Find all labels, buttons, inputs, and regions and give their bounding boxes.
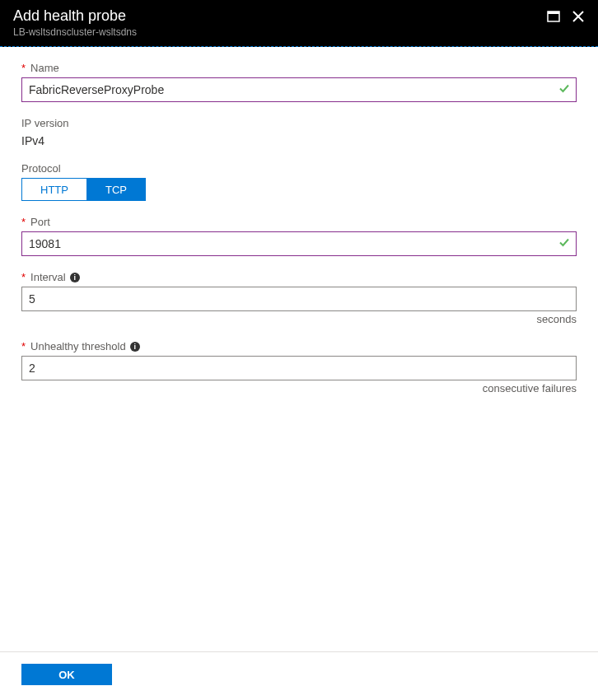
ok-button[interactable]: OK (21, 664, 112, 685)
checkmark-icon (558, 237, 570, 251)
protocol-toggle: HTTP TCP (21, 178, 577, 201)
blade-title: Add health probe (13, 7, 137, 26)
ipversion-label: IP version (21, 117, 577, 129)
ipversion-field-group: IP version IPv4 (21, 117, 577, 147)
close-icon[interactable] (572, 10, 585, 23)
header-titles: Add health probe LB-wsltsdnscluster-wslt… (13, 7, 137, 38)
blade-subtitle: LB-wsltsdnscluster-wsltsdns (13, 26, 137, 38)
interval-label: * Interval i (21, 271, 577, 283)
threshold-label: * Unhealthy threshold i (21, 340, 577, 352)
ipversion-value: IPv4 (21, 134, 577, 147)
protocol-tcp-button[interactable]: TCP (87, 178, 146, 201)
name-input[interactable] (21, 77, 577, 102)
info-icon[interactable]: i (70, 273, 80, 282)
blade-footer: OK (0, 651, 598, 700)
interval-field-group: * Interval i seconds (21, 271, 577, 325)
form-content: * Name IP version IPv4 Protocol HTTP TCP… (0, 47, 598, 651)
info-icon[interactable]: i (130, 342, 140, 352)
port-input[interactable] (21, 231, 577, 256)
name-label: * Name (21, 62, 577, 74)
protocol-field-group: Protocol HTTP TCP (21, 162, 577, 201)
header-controls (547, 10, 585, 23)
threshold-hint: consecutive failures (21, 382, 577, 394)
required-indicator: * (21, 216, 26, 228)
svg-rect-1 (548, 12, 559, 14)
required-indicator: * (21, 62, 26, 74)
threshold-field-group: * Unhealthy threshold i consecutive fail… (21, 340, 577, 394)
required-indicator: * (21, 271, 26, 283)
checkmark-icon (558, 83, 570, 97)
required-indicator: * (21, 340, 26, 352)
restore-window-icon[interactable] (547, 11, 560, 22)
name-input-wrapper (21, 77, 577, 102)
threshold-input[interactable] (21, 356, 577, 380)
interval-hint: seconds (21, 313, 577, 325)
port-label: * Port (21, 216, 577, 228)
threshold-input-wrapper (21, 356, 577, 380)
port-field-group: * Port (21, 216, 577, 256)
protocol-label: Protocol (21, 162, 577, 175)
blade-header: Add health probe LB-wsltsdnscluster-wslt… (0, 0, 598, 47)
name-field-group: * Name (21, 62, 577, 102)
interval-input-wrapper (21, 287, 577, 311)
protocol-http-button[interactable]: HTTP (21, 178, 87, 201)
port-input-wrapper (21, 231, 577, 256)
interval-input[interactable] (21, 287, 577, 311)
